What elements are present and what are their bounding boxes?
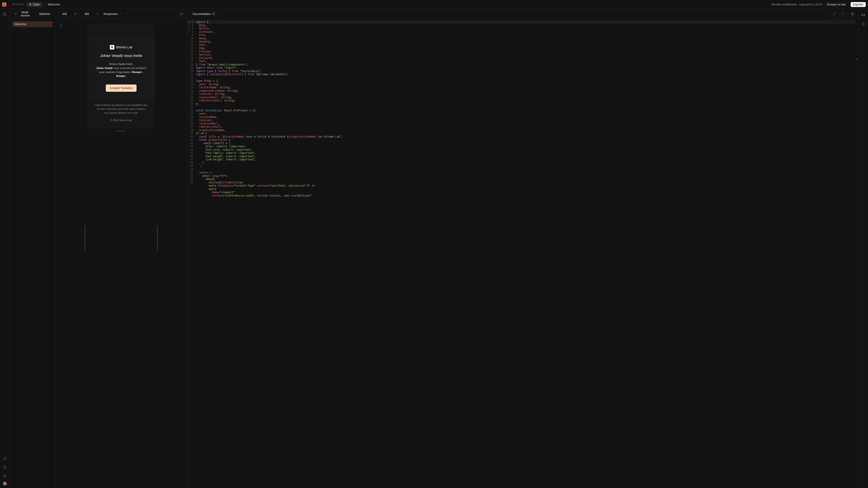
email-footer-l3: vous pouvez ignorer cet e-mail. [104, 111, 138, 114]
database-icon [851, 12, 854, 15]
email-footer-l2: Si vous n'attendiez pas cette cette invi… [97, 107, 146, 110]
send-test-button[interactable]: Envoyer un test [825, 2, 848, 7]
email-body-line2a: pour rejoindre l'organisation [99, 71, 132, 73]
create-button[interactable]: Créer [27, 2, 42, 7]
code-view-icon[interactable] [861, 12, 866, 18]
height-input[interactable] [80, 11, 94, 17]
preview-pane: W H Responsive [55, 9, 187, 488]
sidebar-item-welcome[interactable]: Welcome [12, 21, 53, 27]
dark-mode-toggle[interactable] [58, 22, 64, 28]
svg-rect-0 [3, 13, 6, 15]
close-icon [841, 13, 844, 15]
email-greeting: Bonjour Agata Harle, [109, 63, 133, 65]
email-title: Johan Veselý vous invite [100, 54, 142, 58]
accept-invitation-button[interactable]: Accepter l'invitation [106, 85, 136, 92]
brand-name: Bireme Lab [116, 45, 132, 49]
models-label: MODÈLES [12, 3, 24, 6]
width-input[interactable] [58, 11, 71, 17]
moon-icon [60, 23, 63, 26]
external-link-icon [212, 13, 215, 15]
app-logo[interactable]: D [2, 2, 6, 6]
expand-code-button[interactable] [831, 11, 837, 17]
code-toolbar: Documentation [187, 9, 858, 19]
export-button[interactable]: Exporter [850, 2, 866, 7]
code-editor[interactable]: 1 2 3 4 5 6 7 8 9 10 11 12 13 14 15 16 1… [187, 19, 858, 488]
divider [45, 0, 45, 9]
code-pane: Documentation [187, 9, 858, 488]
email-inviter: Johan Veselý [96, 67, 113, 69]
topbar: D MODÈLES Créer Welcome Dernière modific… [0, 0, 868, 9]
recent-modification-button[interactable]: Modif. récente [12, 11, 35, 17]
divider [9, 0, 9, 9]
email-body-mid: vous a envoyé une invitation [113, 67, 146, 69]
sort-icon [15, 13, 17, 15]
email-card: B Bireme Lab Johan Veselý vous invite Bo… [89, 37, 153, 99]
email-footer: Cette invitation est destinée à hui.das@… [94, 103, 148, 115]
line-number-gutter: 1 2 3 4 5 6 7 8 9 10 11 12 13 14 15 16 1… [187, 19, 195, 488]
responsive-select[interactable]: Responsive [102, 11, 123, 17]
user-avatar[interactable] [3, 482, 7, 486]
database-button[interactable] [849, 11, 855, 17]
toggle-sidebar-icon[interactable] [2, 11, 8, 17]
selection-button[interactable]: Sélection [37, 11, 53, 17]
email-period: . [125, 74, 126, 77]
chevron-down-icon [119, 13, 121, 15]
chat-icon[interactable] [2, 456, 8, 461]
tab-title: Welcome [48, 3, 60, 6]
sidebar-item-label: Welcome [14, 23, 26, 26]
documentation-button[interactable]: Documentation [190, 11, 217, 17]
preview-canvas: B Bireme Lab Johan Veselý vous invite Bo… [55, 19, 187, 488]
sidebar: Modif. récente Sélection Welcome [10, 9, 55, 488]
expand-icon [833, 12, 836, 15]
minimap-error-marker [856, 59, 857, 59]
help-icon[interactable] [2, 473, 8, 479]
email-body: Bonjour Agata Harle, Johan Veselý vous a… [95, 62, 147, 78]
last-modified-status: Dernière modification : aujourd'hui à 15… [771, 3, 822, 6]
plus-icon [29, 3, 32, 6]
height-label: H [96, 13, 98, 15]
svg-point-6 [851, 13, 854, 13]
right-rail [858, 9, 868, 488]
responsive-label: Responsive [103, 12, 118, 15]
preview-toolbar: W H Responsive [55, 9, 187, 19]
code-content[interactable]: import { Body, Button, Container, Font, … [195, 19, 858, 488]
left-rail [0, 9, 10, 488]
device-preview-button[interactable] [179, 11, 184, 17]
svg-point-2 [3, 475, 6, 477]
email-footer-l1: Cette invitation est destinée à hui.das@… [94, 104, 148, 106]
documentation-label: Documentation [193, 12, 211, 15]
info-icon[interactable] [861, 21, 866, 27]
resize-handle-right[interactable] [157, 225, 158, 250]
svg-rect-4 [181, 13, 183, 15]
email-brand: B Bireme Lab [110, 45, 132, 50]
device-icon [180, 12, 183, 15]
recent-modification-label: Modif. récente [18, 11, 32, 17]
email-copyright: © 2024 Bireme Lab [111, 119, 132, 122]
file-icon[interactable] [2, 464, 8, 470]
resize-handle-left[interactable] [85, 225, 86, 250]
width-label: W [74, 13, 76, 15]
active-line-highlight [187, 20, 855, 24]
create-button-label: Créer [33, 3, 40, 6]
svg-point-8 [863, 23, 864, 24]
brand-logo: B [110, 45, 114, 50]
resize-handle-bottom[interactable] [116, 131, 126, 131]
close-code-button[interactable] [839, 11, 845, 17]
email-preview-frame: B Bireme Lab Johan Veselý vous invite Bo… [87, 24, 155, 129]
